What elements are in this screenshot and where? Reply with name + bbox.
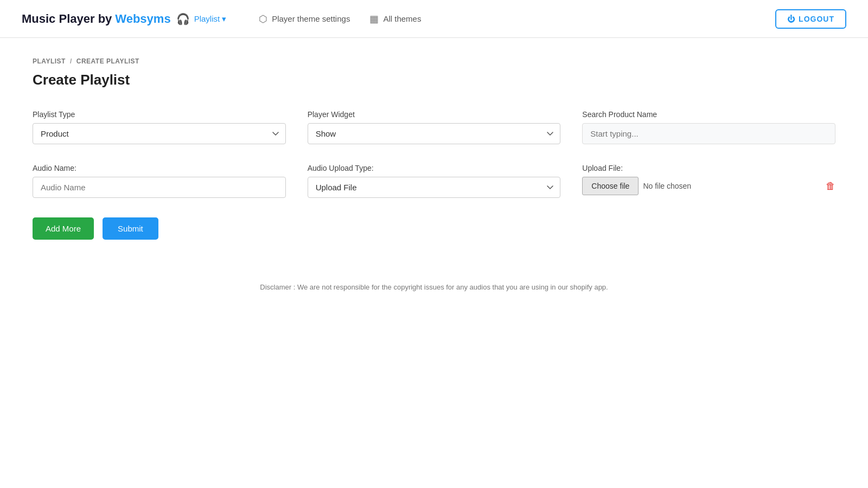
playlist-nav[interactable]: Playlist ▾ <box>194 14 227 24</box>
nav-all-themes-label: All themes <box>383 14 421 23</box>
playlist-type-group: Playlist Type Product Album Artist Custo… <box>33 110 286 144</box>
playlist-type-label: Playlist Type <box>33 110 286 119</box>
all-themes-icon: ▦ <box>369 13 379 25</box>
breadcrumb-parent[interactable]: PLAYLIST <box>33 57 66 65</box>
nav-all-themes[interactable]: ▦ All themes <box>369 13 421 25</box>
choose-file-button[interactable]: Choose file <box>582 177 639 195</box>
player-widget-label: Player Widget <box>308 110 561 119</box>
theme-settings-icon: ⬡ <box>259 13 267 25</box>
playlist-type-select[interactable]: Product Album Artist Custom <box>33 123 286 144</box>
player-widget-group: Player Widget Show Hide <box>308 110 561 144</box>
header-right: ⏻ LOGOUT <box>775 9 846 29</box>
upload-file-label: Upload File: <box>582 164 835 172</box>
form-row-1: Playlist Type Product Album Artist Custo… <box>33 110 835 144</box>
form-actions: Add More Submit <box>33 217 835 240</box>
breadcrumb: PLAYLIST / CREATE PLAYLIST <box>33 57 835 65</box>
chevron-down-icon: ▾ <box>222 14 226 24</box>
audio-name-label: Audio Name: <box>33 164 286 172</box>
search-product-label: Search Product Name <box>582 110 835 119</box>
audio-upload-type-select[interactable]: Upload File URL <box>308 177 561 198</box>
audio-upload-type-label: Audio Upload Type: <box>308 164 561 172</box>
add-more-button[interactable]: Add More <box>33 217 94 240</box>
search-product-input[interactable] <box>582 123 835 144</box>
submit-button[interactable]: Submit <box>103 217 158 240</box>
logo-text-black: Music Player by <box>22 12 112 26</box>
logout-button[interactable]: ⏻ LOGOUT <box>775 9 846 29</box>
disclaimer-text: Disclamer : We are not responsible for t… <box>33 283 835 291</box>
no-file-text: No file chosen <box>643 182 821 190</box>
search-product-group: Search Product Name <box>582 110 835 144</box>
playlist-nav-label: Playlist <box>194 14 220 23</box>
page-title: Create Playlist <box>33 72 835 88</box>
choose-file-label: Choose file <box>591 182 629 190</box>
breadcrumb-separator: / <box>70 57 72 65</box>
player-widget-select[interactable]: Show Hide <box>308 123 561 144</box>
breadcrumb-current: CREATE PLAYLIST <box>76 57 139 65</box>
upload-file-row: Choose file No file chosen 🗑 <box>582 177 835 195</box>
upload-file-group: Upload File: Choose file No file chosen … <box>582 164 835 198</box>
nav-theme-settings-label: Player theme settings <box>272 14 350 23</box>
delete-icon[interactable]: 🗑 <box>826 181 835 192</box>
logout-label: LOGOUT <box>799 15 834 23</box>
logo-text-blue: Websyms <box>115 12 170 26</box>
main-content: PLAYLIST / CREATE PLAYLIST Create Playli… <box>0 38 868 311</box>
audio-name-input[interactable] <box>33 177 286 198</box>
nav-player-theme-settings[interactable]: ⬡ Player theme settings <box>259 13 350 25</box>
power-icon: ⏻ <box>787 15 795 23</box>
headphones-icon: 🎧 <box>176 12 190 25</box>
form-row-2: Audio Name: Audio Upload Type: Upload Fi… <box>33 164 835 198</box>
audio-name-group: Audio Name: <box>33 164 286 198</box>
logo-section: Music Player by Websyms 🎧 <box>22 12 190 26</box>
nav-links: ⬡ Player theme settings ▦ All themes <box>259 13 421 25</box>
header: Music Player by Websyms 🎧 Playlist ▾ ⬡ P… <box>0 0 868 38</box>
audio-upload-type-group: Audio Upload Type: Upload File URL <box>308 164 561 198</box>
